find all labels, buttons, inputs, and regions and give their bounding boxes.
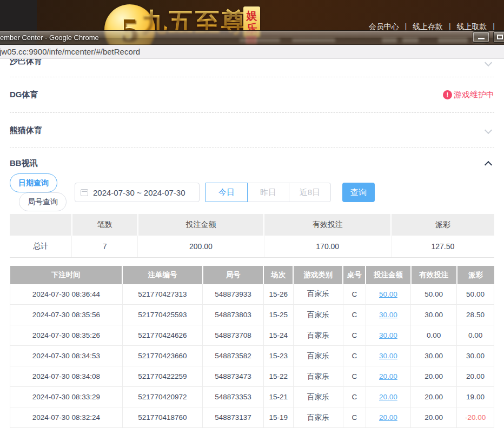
summary-payout: 127.50 <box>391 236 494 257</box>
cell-valid-bet: 20.00 <box>411 387 457 407</box>
bet-amount-link[interactable]: 20.00 <box>379 393 397 401</box>
cell-bet-time: 2024-07-30 08:33:29 <box>10 387 123 407</box>
cell-bet-time: 2024-07-30 08:32:24 <box>10 407 123 428</box>
cell-table-no: C <box>343 325 366 346</box>
cell-bet-amount: 30.00 <box>366 325 410 346</box>
link-separator: | <box>405 22 407 31</box>
cell-valid-bet: 20.00 <box>411 407 457 428</box>
table-row: 2024-07-30 08:35:26 521770424626 5488737… <box>10 325 494 346</box>
cell-order-no: 521770425593 <box>122 305 203 325</box>
quick-range-button[interactable]: 近8日 <box>289 183 331 202</box>
cell-session: 15-23 <box>263 346 293 366</box>
window-title: ember Center - Google Chrome <box>0 34 99 42</box>
filter-row: 日期查询局号查询 2024-07-30 ~ 2024-07-30 今日昨日近8日… <box>10 183 494 202</box>
cell-session: 15-25 <box>263 305 293 325</box>
section-dg-sports[interactable]: DG体育 ! 游戏维护中 <box>10 77 494 112</box>
cell-game-type: 百家乐 <box>293 346 343 366</box>
cell-bet-amount: 20.00 <box>366 387 410 407</box>
bet-table-header-cell: 游戏类别 <box>293 266 343 284</box>
maximize-button[interactable] <box>493 31 504 43</box>
cell-payout: 19.00 <box>457 387 494 407</box>
section-title: BB视讯 <box>10 158 38 169</box>
date-range-value: 2024-07-30 ~ 2024-07-30 <box>93 188 185 197</box>
cell-table-no: C <box>343 284 366 305</box>
summary-header-cell: 派彩 <box>391 214 494 236</box>
summary-header-cell: 投注金额 <box>138 214 264 236</box>
cell-table-no: C <box>343 387 366 407</box>
cell-payout: 28.50 <box>457 305 494 325</box>
cell-session: 15-22 <box>263 366 293 387</box>
minimize-icon <box>478 38 485 39</box>
table-row: 2024-07-30 08:35:56 521770425593 5488738… <box>10 305 494 325</box>
cell-round-no: 548873473 <box>203 366 264 387</box>
glass-blur-blob <box>240 38 280 42</box>
summary-valid-bet: 170.00 <box>264 236 391 257</box>
section-bb-live[interactable]: BB视讯 <box>10 148 494 178</box>
chevron-up-icon <box>485 161 492 169</box>
cell-game-type: 百家乐 <box>293 407 343 428</box>
cell-bet-time: 2024-07-30 08:34:53 <box>10 346 123 366</box>
cell-round-no: 548873353 <box>203 387 264 407</box>
window-titlebar[interactable]: ember Center - Google Chrome <box>0 30 504 45</box>
bet-amount-link[interactable]: 30.00 <box>379 331 397 339</box>
section-title: DG体育 <box>10 90 38 100</box>
cell-session: 15-26 <box>263 284 293 305</box>
cell-game-type: 百家乐 <box>293 284 343 305</box>
cell-game-type: 百家乐 <box>293 387 343 407</box>
bet-table-header-cell: 有效投注 <box>411 266 457 284</box>
date-range-input[interactable]: 2024-07-30 ~ 2024-07-30 <box>75 183 200 202</box>
page-content: 沙巴体育 DG体育 ! 游戏维护中 熊猫体育 BB视讯 <box>0 59 504 435</box>
maximize-icon <box>497 35 503 39</box>
link-online-deposit[interactable]: 线上存款 <box>413 22 443 31</box>
bet-record-table: 下注时间注单编号局号场次游戏类别桌号投注金额有效投注派彩 2024-07-30 … <box>10 266 494 429</box>
bet-amount-link[interactable]: 20.00 <box>379 413 397 421</box>
bet-amount-link[interactable]: 20.00 <box>379 372 397 380</box>
cell-payout: 50.00 <box>457 284 494 305</box>
table-row: 2024-07-30 08:33:29 521770420972 5488733… <box>10 387 494 407</box>
link-member-center[interactable]: 会员中心 <box>369 22 399 31</box>
cell-round-no: 548873582 <box>203 346 264 366</box>
cell-bet-time: 2024-07-30 08:35:26 <box>10 325 123 346</box>
query-mode-button[interactable]: 日期查询 <box>10 173 57 192</box>
cell-valid-bet: 30.00 <box>411 346 457 366</box>
cell-round-no: 548873933 <box>203 284 264 305</box>
maintenance-text: 游戏维护中 <box>454 90 494 100</box>
minimize-button[interactable] <box>473 31 489 43</box>
link-separator: | <box>449 22 451 31</box>
section-panda-sports[interactable]: 熊猫体育 <box>10 113 494 148</box>
cell-bet-amount: 30.00 <box>366 305 410 325</box>
quick-range-button[interactable]: 今日 <box>205 183 248 202</box>
query-mode-button[interactable]: 局号查询 <box>19 192 67 211</box>
cell-table-no: C <box>343 366 366 387</box>
bet-table-header-cell: 投注金额 <box>366 266 410 284</box>
cell-session: 15-19 <box>263 407 293 428</box>
bet-amount-link[interactable]: 30.00 <box>379 352 397 360</box>
cell-round-no: 548873708 <box>203 325 264 346</box>
section-title: 沙巴体育 <box>10 59 42 66</box>
table-row: 2024-07-30 08:34:53 521770423660 5488735… <box>10 346 494 366</box>
search-button[interactable]: 查询 <box>342 183 375 202</box>
quick-range-button[interactable]: 昨日 <box>247 183 289 202</box>
bet-table-body: 2024-07-30 08:36:44 521770427313 5488739… <box>10 284 494 428</box>
query-mode-group: 日期查询局号查询 <box>10 173 67 211</box>
cell-bet-amount: 30.00 <box>366 346 410 366</box>
table-row: 2024-07-30 08:32:24 521770418760 5488731… <box>10 407 494 428</box>
cell-bet-time: 2024-07-30 08:34:08 <box>10 366 123 387</box>
cell-bet-time: 2024-07-30 08:36:44 <box>10 284 123 305</box>
url-text: jw05.cc:9900/infe/mcenter/#/betRecord <box>0 47 140 56</box>
summary-bet-amount: 200.00 <box>138 236 264 257</box>
cell-session: 15-21 <box>263 387 293 407</box>
browser-urlbar[interactable]: jw05.cc:9900/infe/mcenter/#/betRecord <box>0 45 504 59</box>
quick-range-group: 今日昨日近8日 <box>206 183 331 202</box>
bet-amount-link[interactable]: 30.00 <box>379 311 397 319</box>
cell-valid-bet: 20.00 <box>411 366 457 387</box>
link-online-withdraw[interactable]: 线上取款 <box>456 22 487 31</box>
section-saba-sports[interactable]: 沙巴体育 <box>10 59 494 77</box>
bet-amount-link[interactable]: 50.00 <box>379 290 397 298</box>
cell-game-type: 百家乐 <box>293 325 343 346</box>
maintenance-badge: ! 游戏维护中 <box>443 90 494 100</box>
glass-blur-blob <box>402 38 419 43</box>
cell-game-type: 百家乐 <box>293 366 343 387</box>
cell-valid-bet: 30.00 <box>411 305 457 325</box>
cell-order-no: 521770423660 <box>122 346 203 366</box>
